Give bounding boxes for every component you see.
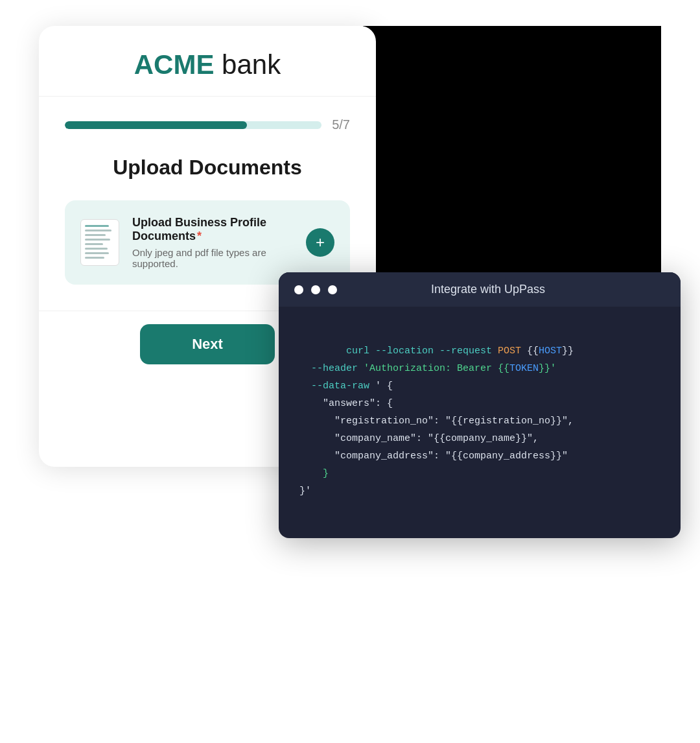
progress-bar-fill <box>65 121 247 129</box>
doc-line <box>85 248 108 250</box>
upload-title: Upload Business Profile Documents* <box>132 216 293 243</box>
brand-acme: ACME <box>134 49 215 80</box>
upload-button[interactable]: + <box>306 228 334 257</box>
code-block: curl --location --request POST {{HOST}} … <box>299 325 660 517</box>
progress-label: 5/7 <box>332 117 350 132</box>
page-title: Upload Documents <box>65 156 350 180</box>
next-button[interactable]: Next <box>140 324 275 364</box>
code-panel-body: curl --location --request POST {{HOST}} … <box>279 307 681 538</box>
code-panel-title: Integrate with UpPass <box>311 283 665 296</box>
doc-line <box>85 225 109 227</box>
card-header: ACME bank <box>39 26 376 97</box>
progress-bar-container <box>65 121 321 129</box>
upload-subtitle: Only jpeg and pdf file types are support… <box>132 247 293 269</box>
doc-thumbnail <box>80 219 119 266</box>
required-asterisk: * <box>197 230 202 242</box>
code-panel-header: Integrate with UpPass <box>279 272 681 307</box>
doc-line <box>85 252 109 254</box>
doc-line <box>85 257 104 259</box>
brand-bank: bank <box>214 49 281 80</box>
doc-line <box>85 243 103 245</box>
code-panel: Integrate with UpPass curl --location --… <box>279 272 681 538</box>
upload-info: Upload Business Profile Documents* Only … <box>132 216 293 269</box>
window-dot-1 <box>294 285 303 294</box>
brand-title: ACME bank <box>65 49 350 80</box>
doc-line <box>85 234 106 236</box>
page-wrapper: ACME bank 5/7 Upload Documents <box>39 26 661 717</box>
progress-section: 5/7 <box>65 117 350 132</box>
doc-line <box>85 239 110 241</box>
doc-thumbnail-lines <box>81 220 119 266</box>
doc-line <box>85 230 111 231</box>
